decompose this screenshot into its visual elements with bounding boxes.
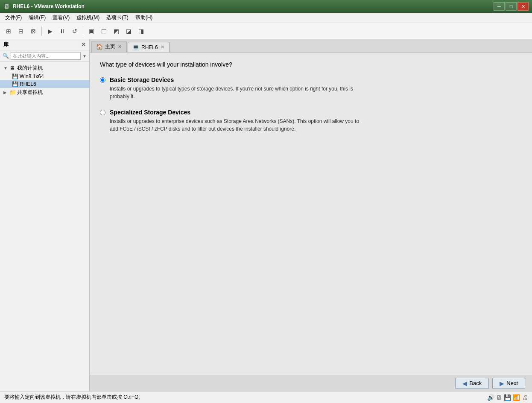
toolbar-view-btn-1[interactable]: ▣ <box>85 25 97 37</box>
toolbar-suspend-btn[interactable]: ⏸ <box>56 25 68 37</box>
tab-home-close[interactable]: ✕ <box>117 44 122 50</box>
status-icon-sound[interactable]: 🔊 <box>487 394 494 401</box>
tree-arrow-my-computer: ▼ <box>3 66 9 70</box>
content-area: 🏠 主页 ✕ 💻 RHEL6 ✕ What type of devices wi… <box>90 39 532 391</box>
search-input[interactable] <box>11 52 81 60</box>
specialized-storage-desc: Installs or upgrades to enterprise devic… <box>110 117 366 133</box>
menu-view[interactable]: 查看(V) <box>49 13 73 22</box>
basic-storage-radio[interactable] <box>100 77 105 83</box>
vm-panel: What type of devices will your installat… <box>90 53 532 375</box>
toolbar-view-btn-4[interactable]: ◪ <box>123 25 134 37</box>
sidebar-search-bar: 🔍 ▼ <box>0 50 89 62</box>
sidebar-item-label-shared: 共享虚拟机 <box>17 89 43 96</box>
sidebar-item-label-rhel6: RHEL6 <box>20 81 36 87</box>
back-button-label: Back <box>469 380 482 386</box>
back-button[interactable]: ◀ Back <box>455 378 489 389</box>
toolbar-group-1: ⊞ ⊟ ⊠ <box>3 25 39 37</box>
statusbar: 要将输入定向到该虚拟机，请在虚拟机内部单击或按 Ctrl+G。 🔊 🖥 💾 📶 … <box>0 391 532 403</box>
toolbar: ⊞ ⊟ ⊠ ▶ ⏸ ↺ ▣ ◫ ◩ ◪ ◨ <box>0 23 532 39</box>
toolbar-btn-2[interactable]: ⊟ <box>15 25 27 37</box>
next-icon: ▶ <box>500 380 504 387</box>
toolbar-power-btn[interactable]: ▶ <box>44 25 56 37</box>
toolbar-btn-3[interactable]: ⊠ <box>27 25 39 37</box>
window-title: RHEL6 - VMware Workstation <box>13 3 494 9</box>
basic-storage-option: Basic Storage Devices Installs or upgrad… <box>100 76 522 100</box>
shared-icon: 📁 <box>9 89 17 96</box>
vm-icon-rhel6: 💾 <box>12 81 20 87</box>
basic-storage-desc: Installs or upgrades to typical types of… <box>110 85 366 100</box>
menu-tabs[interactable]: 选项卡(T) <box>103 13 132 22</box>
basic-storage-title[interactable]: Basic Storage Devices <box>110 76 366 83</box>
home-tab-icon: 🏠 <box>96 44 103 50</box>
tab-home-label: 主页 <box>105 43 115 50</box>
install-question: What type of devices will your installat… <box>100 61 522 68</box>
menu-file[interactable]: 文件(F) <box>2 13 25 22</box>
search-dropdown-icon[interactable]: ▼ <box>82 54 87 58</box>
menu-vm[interactable]: 虚拟机(M) <box>73 13 103 22</box>
search-icon: 🔍 <box>3 53 9 59</box>
toolbar-restart-btn[interactable]: ↺ <box>69 25 81 37</box>
main-area: 库 ✕ 🔍 ▼ ▼ 🖥 我的计算机 💾 Win8.1x64 💾 RHEL <box>0 39 532 391</box>
tab-home[interactable]: 🏠 主页 ✕ <box>91 41 127 52</box>
tree-arrow-shared: ▶ <box>3 90 9 95</box>
titlebar: 🖥 RHEL6 - VMware Workstation ─ □ ✕ <box>0 0 532 13</box>
statusbar-icons: 🔊 🖥 💾 📶 🖨 <box>487 394 528 401</box>
specialized-storage-content: Specialized Storage Devices Installs or … <box>110 109 366 133</box>
specialized-storage-option: Specialized Storage Devices Installs or … <box>100 109 522 133</box>
tabs-bar: 🏠 主页 ✕ 💻 RHEL6 ✕ <box>90 39 532 53</box>
window-controls: ─ □ ✕ <box>494 2 529 11</box>
menu-help[interactable]: 帮助(H) <box>132 13 156 22</box>
toolbar-view-btn-5[interactable]: ◨ <box>135 25 147 37</box>
sidebar-item-label-my-computer: 我的计算机 <box>17 64 43 72</box>
status-icon-storage[interactable]: 💾 <box>504 394 511 401</box>
sidebar-tree: ▼ 🖥 我的计算机 💾 Win8.1x64 💾 RHEL6 ▶ 📁 共享虚拟机 <box>0 62 89 391</box>
tab-rhel6[interactable]: 💻 RHEL6 ✕ <box>128 42 170 52</box>
toolbar-group-2: ▶ ⏸ ↺ <box>44 25 81 37</box>
sidebar-item-shared-vms[interactable]: ▶ 📁 共享虚拟机 <box>0 88 89 97</box>
toolbar-view-btn-2[interactable]: ◫ <box>98 25 110 37</box>
tab-rhel6-label: RHEL6 <box>141 44 158 50</box>
vm-icon-win8: 💾 <box>12 73 20 79</box>
app-icon: 🖥 <box>3 3 10 10</box>
tab-rhel6-close[interactable]: ✕ <box>160 44 165 50</box>
menu-edit[interactable]: 编辑(E) <box>25 13 49 22</box>
statusbar-text: 要将输入定向到该虚拟机，请在虚拟机内部单击或按 Ctrl+G。 <box>4 394 143 401</box>
minimize-button[interactable]: ─ <box>494 2 505 11</box>
next-button[interactable]: ▶ Next <box>492 378 525 389</box>
sidebar-item-label-win8: Win8.1x64 <box>20 73 44 79</box>
toolbar-group-3: ▣ ◫ ◩ ◪ ◨ <box>85 25 147 37</box>
sidebar-item-my-computer[interactable]: ▼ 🖥 我的计算机 <box>0 64 89 73</box>
computer-icon: 🖥 <box>9 65 17 71</box>
sidebar-item-win8[interactable]: 💾 Win8.1x64 <box>0 73 89 80</box>
back-icon: ◀ <box>462 380 467 387</box>
menubar: 文件(F) 编辑(E) 查看(V) 虚拟机(M) 选项卡(T) 帮助(H) <box>0 13 532 23</box>
maximize-button[interactable]: □ <box>506 2 517 11</box>
sidebar-item-rhel6[interactable]: 💾 RHEL6 <box>0 80 89 88</box>
sidebar-header: 库 ✕ <box>0 39 89 50</box>
next-button-label: Next <box>506 380 518 386</box>
specialized-storage-radio[interactable] <box>100 110 105 115</box>
toolbar-sep-1 <box>41 26 42 36</box>
status-icon-display[interactable]: 🖥 <box>496 394 502 401</box>
status-icon-network[interactable]: 📶 <box>513 394 520 401</box>
rhel6-tab-icon: 💻 <box>132 44 139 50</box>
toolbar-view-btn-3[interactable]: ◩ <box>110 25 122 37</box>
toolbar-btn-1[interactable]: ⊞ <box>3 25 15 37</box>
sidebar: 库 ✕ 🔍 ▼ ▼ 🖥 我的计算机 💾 Win8.1x64 💾 RHEL <box>0 39 90 391</box>
toolbar-sep-2 <box>83 26 83 36</box>
status-icon-print[interactable]: 🖨 <box>522 394 528 401</box>
close-button[interactable]: ✕ <box>517 2 529 11</box>
bottom-nav-bar: ◀ Back ▶ Next <box>90 375 532 391</box>
sidebar-close-button[interactable]: ✕ <box>81 41 86 48</box>
sidebar-title: 库 <box>3 41 9 48</box>
specialized-storage-title[interactable]: Specialized Storage Devices <box>110 109 366 116</box>
basic-storage-content: Basic Storage Devices Installs or upgrad… <box>110 76 366 100</box>
